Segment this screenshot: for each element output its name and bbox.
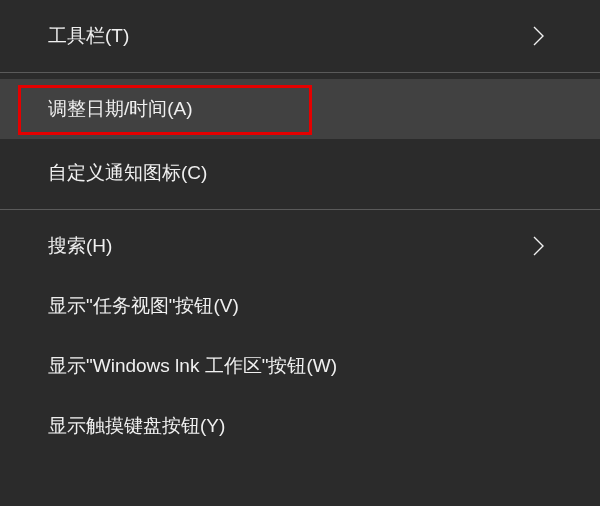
taskbar-context-menu: 工具栏(T) 调整日期/时间(A) 自定义通知图标(C) 搜索(H) 显示"任务…	[0, 0, 600, 456]
menu-item-label: 搜索(H)	[48, 233, 532, 259]
menu-separator	[0, 72, 600, 73]
menu-item-label: 显示"任务视图"按钮(V)	[48, 293, 552, 319]
menu-item-show-task-view[interactable]: 显示"任务视图"按钮(V)	[0, 276, 600, 336]
menu-item-show-touch-keyboard[interactable]: 显示触摸键盘按钮(Y)	[0, 396, 600, 456]
menu-item-show-windows-ink[interactable]: 显示"Windows lnk 工作区"按钮(W)	[0, 336, 600, 396]
chevron-right-icon	[532, 25, 546, 47]
menu-item-label: 显示触摸键盘按钮(Y)	[48, 413, 552, 439]
menu-item-label: 显示"Windows lnk 工作区"按钮(W)	[48, 353, 552, 379]
chevron-right-icon	[532, 235, 546, 257]
menu-item-label: 工具栏(T)	[48, 23, 532, 49]
menu-item-toolbars[interactable]: 工具栏(T)	[0, 6, 600, 66]
menu-separator	[0, 209, 600, 210]
menu-item-adjust-datetime[interactable]: 调整日期/时间(A)	[0, 79, 600, 139]
menu-item-custom-notify-icons[interactable]: 自定义通知图标(C)	[0, 143, 600, 203]
menu-item-label: 调整日期/时间(A)	[48, 96, 552, 122]
menu-item-search[interactable]: 搜索(H)	[0, 216, 600, 276]
menu-item-label: 自定义通知图标(C)	[48, 160, 552, 186]
